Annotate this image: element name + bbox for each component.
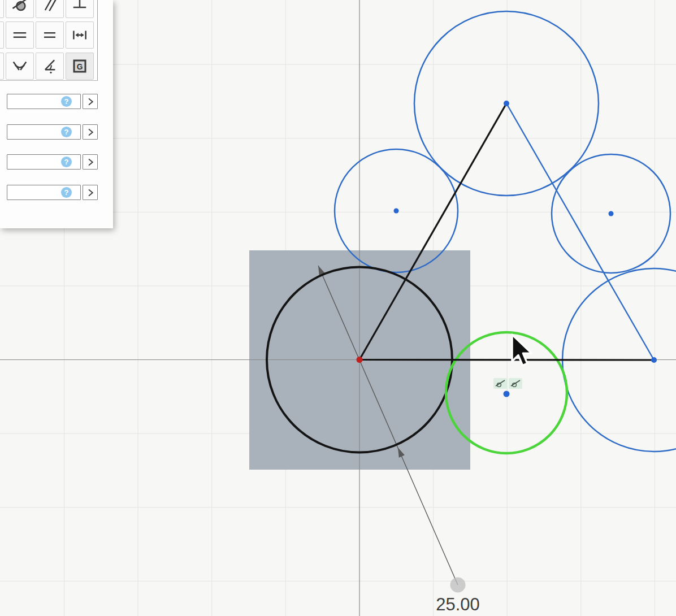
origin-point[interactable] bbox=[357, 357, 363, 363]
tangent-constraint-badge[interactable] bbox=[493, 378, 522, 389]
mouse-cursor bbox=[512, 335, 532, 366]
constraint-toolbar: G bbox=[0, 0, 98, 81]
chevron-right-icon bbox=[85, 127, 96, 137]
expand-button[interactable] bbox=[83, 185, 98, 200]
tangent-icon bbox=[11, 0, 28, 13]
chevron-right-icon bbox=[85, 188, 96, 198]
dimension-value[interactable]: 25.00 bbox=[436, 595, 480, 614]
constraint-symmetry-button[interactable] bbox=[66, 21, 94, 49]
expand-button[interactable] bbox=[83, 154, 98, 170]
circle-center-point[interactable] bbox=[394, 209, 399, 214]
midpoint-icon bbox=[11, 58, 28, 75]
expand-button[interactable] bbox=[83, 124, 98, 140]
curvature-icon: G bbox=[71, 58, 88, 75]
cursor-arrow-icon bbox=[512, 335, 532, 366]
parameter-row: ? bbox=[0, 185, 113, 200]
collinear-icon bbox=[11, 27, 28, 44]
constraint-partial-button[interactable] bbox=[0, 21, 4, 49]
constraint-midpoint-button[interactable] bbox=[6, 53, 34, 80]
angle-icon bbox=[41, 58, 58, 75]
constraint-partial-button[interactable] bbox=[0, 53, 4, 80]
help-icon[interactable]: ? bbox=[61, 127, 72, 137]
constraint-partial-button[interactable] bbox=[0, 0, 4, 18]
chevron-right-icon bbox=[85, 157, 96, 167]
constraint-parallel-button[interactable] bbox=[36, 0, 64, 18]
parameter-row: ? bbox=[0, 94, 113, 109]
chevron-right-icon bbox=[85, 97, 96, 107]
perpendicular-icon bbox=[71, 0, 88, 13]
parameter-row: ? bbox=[0, 154, 113, 170]
sketch-line-black[interactable] bbox=[359, 360, 654, 361]
circle-center-point[interactable] bbox=[504, 101, 509, 106]
help-icon[interactable]: ? bbox=[61, 187, 72, 198]
circle-center-point[interactable] bbox=[609, 211, 614, 216]
constraint-equal-button[interactable] bbox=[36, 21, 64, 49]
expand-button[interactable] bbox=[83, 94, 98, 109]
svg-text:G: G bbox=[77, 63, 83, 71]
parallel-icon bbox=[41, 0, 58, 13]
equal-icon bbox=[41, 27, 58, 44]
help-icon[interactable]: ? bbox=[61, 96, 72, 107]
help-icon[interactable]: ? bbox=[61, 157, 72, 167]
dimension-handle[interactable] bbox=[450, 578, 466, 593]
constraint-angle-button[interactable] bbox=[36, 53, 64, 80]
sketch-line-blue[interactable] bbox=[506, 103, 654, 360]
constraint-perpendicular-button[interactable] bbox=[66, 0, 94, 18]
constraint-tangent-button[interactable] bbox=[6, 0, 34, 18]
circle-center-point[interactable] bbox=[504, 391, 510, 397]
constraint-collinear-button[interactable] bbox=[6, 21, 34, 49]
constraint-curvature-button[interactable]: G bbox=[66, 53, 94, 80]
circle-center-point[interactable] bbox=[651, 357, 657, 363]
symmetry-icon bbox=[71, 27, 88, 44]
sketch-palette: G ???? bbox=[0, 0, 113, 228]
parameter-row: ? bbox=[0, 124, 113, 140]
